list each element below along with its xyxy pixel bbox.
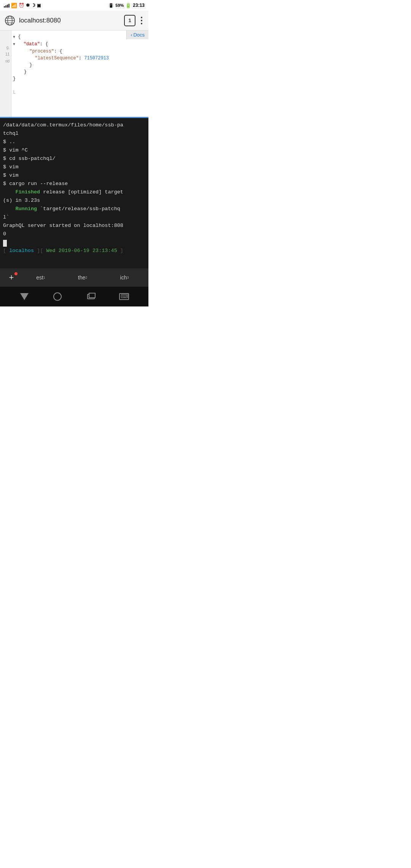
docs-button[interactable]: ‹ Docs: [126, 30, 148, 39]
back-triangle-icon: [20, 293, 29, 300]
terminal-server-started: GraphQL server started on localhost:808: [3, 222, 145, 230]
dot3: [141, 23, 142, 24]
wifi-icon: 📶: [11, 3, 17, 8]
recents-button[interactable]: [84, 290, 98, 303]
back-button[interactable]: [18, 290, 31, 303]
dot1: [141, 17, 142, 18]
moon-icon: ☽: [31, 3, 35, 8]
status-right: 📳 59% 🔋 23:13: [108, 3, 145, 8]
status-bar: 📶 ⏰ ✱ ☽ ▣ 📳 59% 🔋 23:13: [0, 0, 148, 11]
terminal-line-5: $ vim: [3, 171, 145, 180]
screen-icon: ▣: [37, 3, 41, 8]
terminal-path: /data/data/com.termux/files/home/ssb-pat…: [3, 121, 145, 138]
tab-3-num: 3: [127, 276, 129, 279]
url-bar[interactable]: localhost:8080: [19, 17, 120, 24]
navigation-bar: [0, 287, 148, 306]
terminal-line-3: $ cd ssb-patchql/: [3, 155, 145, 163]
time-display: 23:13: [133, 3, 145, 8]
chevron-left-icon: ‹: [131, 32, 132, 38]
bluetooth-icon: ✱: [26, 3, 30, 8]
battery-percent: 59%: [115, 3, 124, 8]
alarm-icon: ⏰: [19, 3, 24, 8]
terminal-line-1: $ ..: [3, 138, 145, 146]
battery-icon: 🔋: [125, 3, 131, 8]
plus-icon: +: [9, 273, 14, 282]
vibrate-icon: 📳: [108, 3, 114, 8]
globe-icon: [5, 15, 15, 26]
home-button[interactable]: [51, 290, 64, 303]
terminal-line-2: $ vim ^C: [3, 146, 145, 155]
termux-tab-1[interactable]: est1: [20, 270, 62, 285]
terminal-running: Running `target/release/ssb-patchq: [3, 205, 145, 213]
json-content: ▼ { ▼ "data": { "process": { "latestSequ…: [11, 30, 148, 117]
terminal-server-port: 0: [3, 230, 145, 238]
terminal-line-4: $ vim: [3, 163, 145, 171]
terminal-line-6: $ cargo run --release: [3, 180, 145, 188]
tab-2-num: 2: [85, 276, 87, 279]
tab-1-label: est: [36, 274, 43, 281]
docs-label: Docs: [133, 32, 145, 38]
terminal-cursor-line: [3, 238, 145, 247]
tab-count-badge[interactable]: 1: [124, 15, 135, 26]
termux-tab-bar: + est1 the2 ich3: [0, 268, 148, 287]
terminal-finished-cont: (s) in 3.23s: [3, 196, 145, 205]
tab-1-num: 1: [43, 276, 45, 279]
tab-2-label: the: [78, 274, 85, 281]
home-circle-icon: [53, 292, 62, 301]
dot2: [141, 20, 142, 21]
tab-add-button[interactable]: +: [3, 270, 20, 285]
terminal-finished: Finished release [optimized] target: [3, 188, 145, 196]
terminal-running-cont: l`: [3, 213, 145, 222]
tab-notification-dot: [14, 272, 18, 275]
browser-chrome: localhost:8080 1: [0, 11, 148, 30]
termux-tab-3[interactable]: ich3: [104, 270, 145, 285]
recents-square-icon: [87, 294, 95, 299]
json-viewer: ‹ Docs g, 11 nd ▼ { ▼ "data": { "process…: [0, 30, 148, 118]
menu-button[interactable]: [139, 15, 144, 26]
keyboard-button[interactable]: [117, 290, 131, 303]
terminal[interactable]: /data/data/com.termux/files/home/ssb-pat…: [0, 118, 148, 268]
status-left: 📶 ⏰ ✱ ☽ ▣: [4, 3, 41, 8]
signal-icon: [4, 3, 10, 8]
terminal-prompt-line: [ localhos ][ Wed 2019-06-19 23:13:45 ]: [3, 247, 145, 255]
termux-tab-2[interactable]: the2: [62, 270, 104, 285]
tab-3-label: ich: [120, 274, 127, 281]
json-gutter: g, 11 nd: [0, 30, 11, 117]
keyboard-icon: [119, 293, 129, 300]
